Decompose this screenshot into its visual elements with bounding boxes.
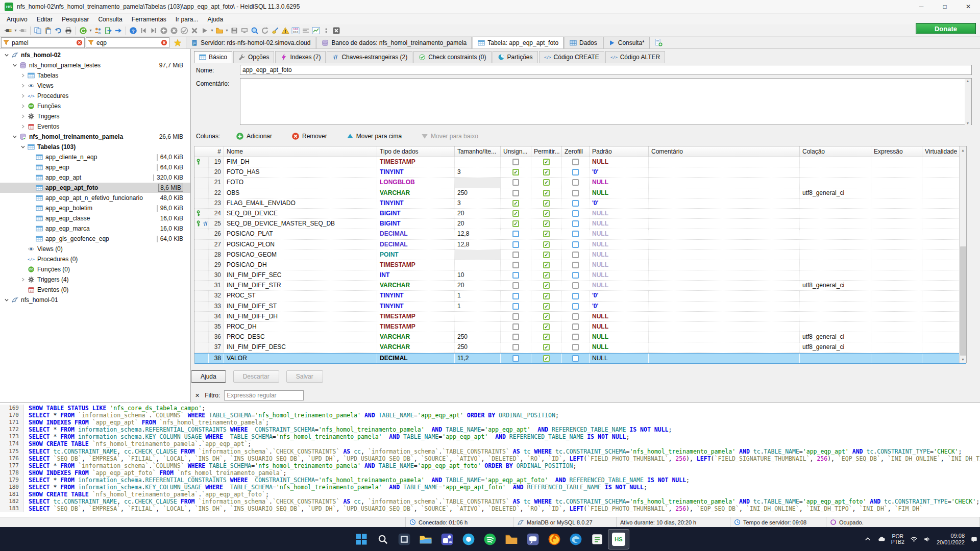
column-name-cell[interactable]: INI_FIM_DIFF_DH <box>224 312 377 321</box>
col-header[interactable]: Tamanho/Ite... <box>455 146 501 157</box>
comment-cell[interactable] <box>649 229 800 239</box>
more-icon[interactable] <box>321 26 331 36</box>
column-size-cell[interactable] <box>455 178 501 187</box>
tree-item-app-eqp-apt-n-efetivo-funcionario[interactable]: app_eqp_apt_n_efetivo_funcionario 48,0 K… <box>0 193 190 203</box>
tree-open-arrow-icon[interactable] <box>11 63 18 68</box>
allow-null-checkbox[interactable]: ✓ <box>543 159 550 165</box>
allow-null-checkbox[interactable]: ✓ <box>543 220 550 227</box>
col-header[interactable]: Nome <box>224 146 377 157</box>
column-name-cell[interactable]: SEQ_DB_DEVICE <box>224 209 377 218</box>
collation-cell[interactable] <box>800 240 871 249</box>
expression-cell[interactable] <box>871 167 922 177</box>
unsigned-checkbox[interactable] <box>512 303 519 310</box>
tab-tabela[interactable]: Tabela: app_eqp_apt_foto <box>473 37 564 48</box>
default-cell[interactable]: NULL <box>590 260 649 270</box>
zerofill-checkbox[interactable] <box>572 303 579 310</box>
allow-null-checkbox[interactable]: ✓ <box>543 169 550 176</box>
collation-cell[interactable] <box>800 229 871 239</box>
col-header[interactable]: Colação <box>800 146 871 157</box>
table-comment-textarea[interactable]: ▲▼ <box>240 78 972 125</box>
close-query-icon[interactable] <box>331 26 341 36</box>
tree-open-arrow-icon[interactable] <box>19 144 27 149</box>
comment-cell[interactable] <box>649 167 800 177</box>
column-type-cell[interactable]: VARCHAR <box>377 332 455 342</box>
app-edge[interactable] <box>565 529 586 549</box>
first-record-icon[interactable] <box>138 26 149 36</box>
expression-cell[interactable] <box>871 229 922 239</box>
expression-cell[interactable] <box>871 332 922 342</box>
column-size-cell[interactable]: 20 <box>455 209 501 218</box>
search-button[interactable] <box>372 529 394 549</box>
column-row-foto_has[interactable]: 20 FOTO_HAS TINYINT 3 ✓ ✓ '0' <box>194 167 966 178</box>
app-terminal[interactable] <box>394 529 415 549</box>
favorites-star-icon[interactable] <box>174 39 182 47</box>
menu-consulta[interactable]: Consulta <box>93 15 127 24</box>
subtab-chaves-estrangeiras-2-[interactable]: Chaves-estrangeiras (2) <box>327 51 412 63</box>
tree-item-app-eqp-apt-foto[interactable]: app_eqp_apt_foto 8,6 MiB <box>0 183 190 193</box>
comment-cell[interactable] <box>649 270 800 280</box>
col-header[interactable]: Unsign... <box>501 146 531 157</box>
connect-icon[interactable] <box>3 26 13 36</box>
default-cell[interactable]: NULL <box>590 188 649 198</box>
app-explorer[interactable] <box>415 529 436 549</box>
tab-servidor[interactable]: Servidor: rds-nfs-homol-02.simova.cloud <box>186 37 315 48</box>
column-name-cell[interactable]: FOTO <box>224 178 377 187</box>
comment-cell[interactable] <box>649 219 800 229</box>
col-header[interactable]: Permitir... <box>531 146 562 157</box>
column-row-obs[interactable]: 22 OBS VARCHAR 250 ✓ NULL utf8_general_c… <box>194 188 966 198</box>
allow-null-checkbox[interactable]: ✓ <box>543 190 550 196</box>
expression-cell[interactable] <box>871 240 922 249</box>
zerofill-checkbox[interactable] <box>572 169 579 176</box>
new-query-tab-button[interactable] <box>653 37 664 48</box>
comment-cell[interactable] <box>649 281 800 290</box>
tray-chevron-up-icon[interactable] <box>864 536 871 543</box>
column-type-cell[interactable]: TINYINT <box>377 167 455 177</box>
unsigned-checkbox[interactable]: ✓ <box>512 220 519 227</box>
default-cell[interactable]: NULL <box>590 281 649 290</box>
expression-cell[interactable] <box>871 312 922 321</box>
expression-cell[interactable] <box>871 291 922 300</box>
last-record-icon[interactable] <box>149 26 159 36</box>
allow-null-checkbox[interactable]: ✓ <box>543 210 550 217</box>
column-type-cell[interactable]: LONGBLOB <box>377 178 455 187</box>
allow-null-checkbox[interactable]: ✓ <box>543 303 550 310</box>
collation-cell[interactable] <box>800 157 871 167</box>
tree-item-fun-es[interactable]: GO Funções <box>0 101 190 111</box>
column-row-ini_fim_diff_desc[interactable]: 37 INI_FIM_DIFF_DESC VARCHAR 250 ✓ NULL … <box>194 342 966 353</box>
copy-icon[interactable] <box>33 26 43 36</box>
regex-filter-input[interactable] <box>224 390 304 400</box>
zerofill-checkbox[interactable] <box>572 355 579 362</box>
column-name-cell[interactable]: INI_FIM_DIFF_SEC <box>224 270 377 280</box>
column-size-cell[interactable] <box>455 322 501 332</box>
column-row-posicao_geom[interactable]: 28 POSICAO_GEOM POINT ✓ NULL <box>194 250 966 260</box>
comment-cell[interactable] <box>649 198 800 208</box>
maximize-button[interactable]: □ <box>933 0 957 14</box>
tree-closed-arrow-icon[interactable] <box>19 114 27 119</box>
tree-closed-arrow-icon[interactable] <box>19 277 27 282</box>
column-type-cell[interactable]: TIMESTAMP <box>377 312 455 321</box>
zerofill-checkbox[interactable] <box>572 262 579 268</box>
load-sql-icon[interactable] <box>214 26 225 36</box>
subtab-check-constraints-0-[interactable]: Check constraints (0) <box>413 51 491 63</box>
tree-closed-arrow-icon[interactable] <box>19 73 27 78</box>
insert-record-icon[interactable] <box>159 26 169 36</box>
remover-button[interactable]: Remover <box>291 132 327 140</box>
app-files[interactable] <box>501 529 522 549</box>
reload-icon[interactable] <box>260 26 270 36</box>
collation-cell[interactable] <box>800 291 871 300</box>
comment-cell[interactable] <box>649 342 800 352</box>
column-row-foto[interactable]: 21 FOTO LONGBLOB ✓ NULL <box>194 178 966 188</box>
column-size-cell[interactable]: 20 <box>455 219 501 229</box>
unsigned-checkbox[interactable] <box>512 282 519 289</box>
expression-cell[interactable] <box>871 198 922 208</box>
allow-null-checkbox[interactable]: ✓ <box>543 241 550 248</box>
comment-cell[interactable] <box>649 354 800 363</box>
tree-item-app-eqp-marca[interactable]: app_eqp_marca 16,0 KiB <box>0 223 190 234</box>
reformat-sql-icon[interactable] <box>270 26 280 36</box>
column-name-cell[interactable]: FLAG_EMAIL_ENVIADO <box>224 198 377 208</box>
col-header[interactable]: Padrão <box>590 146 649 157</box>
column-size-cell[interactable]: 12,8 <box>455 229 501 239</box>
tree-open-arrow-icon[interactable] <box>3 297 10 303</box>
column-size-cell[interactable]: 1 <box>455 302 501 311</box>
default-cell[interactable]: NULL <box>590 240 649 249</box>
